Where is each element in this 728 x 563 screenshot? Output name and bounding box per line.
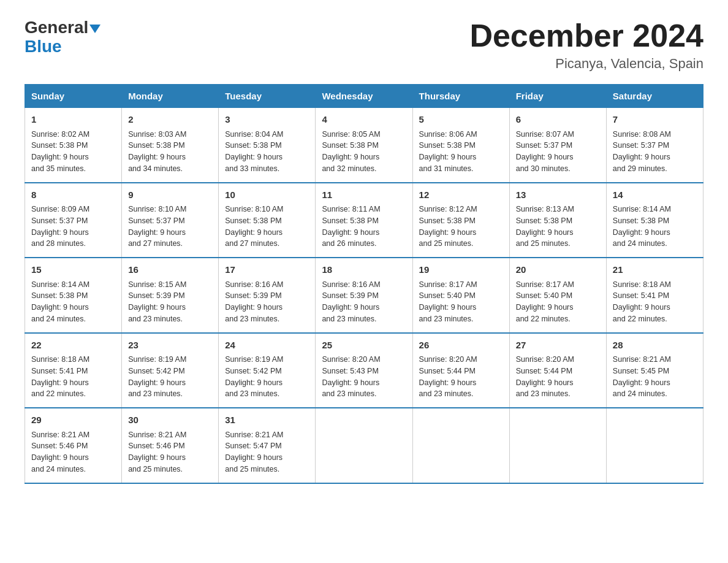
day-info: Sunrise: 8:20 AMSunset: 5:44 PMDaylight:…: [419, 354, 503, 400]
calendar-day-cell: 19Sunrise: 8:17 AMSunset: 5:40 PMDayligh…: [412, 258, 509, 333]
day-info: Sunrise: 8:16 AMSunset: 5:39 PMDaylight:…: [322, 279, 406, 325]
col-header-tuesday: Tuesday: [219, 85, 316, 108]
calendar-day-cell: 17Sunrise: 8:16 AMSunset: 5:39 PMDayligh…: [219, 258, 316, 333]
day-number: 23: [128, 339, 212, 353]
day-info: Sunrise: 8:17 AMSunset: 5:40 PMDaylight:…: [516, 279, 600, 325]
calendar-day-cell: 1Sunrise: 8:02 AMSunset: 5:38 PMDaylight…: [25, 108, 122, 183]
day-info: Sunrise: 8:21 AMSunset: 5:46 PMDaylight:…: [128, 429, 212, 475]
calendar-empty-cell: [509, 408, 606, 483]
day-number: 6: [516, 113, 600, 127]
day-number: 21: [613, 263, 697, 277]
calendar-day-cell: 4Sunrise: 8:05 AMSunset: 5:38 PMDaylight…: [316, 108, 412, 183]
day-info: Sunrise: 8:12 AMSunset: 5:38 PMDaylight:…: [419, 204, 503, 250]
calendar-day-cell: 24Sunrise: 8:19 AMSunset: 5:42 PMDayligh…: [219, 333, 316, 408]
day-number: 9: [128, 188, 212, 202]
calendar-day-cell: 20Sunrise: 8:17 AMSunset: 5:40 PMDayligh…: [509, 258, 606, 333]
day-number: 26: [419, 339, 503, 353]
day-number: 1: [31, 113, 115, 127]
location: Picanya, Valencia, Spain: [469, 56, 703, 72]
calendar-day-cell: 21Sunrise: 8:18 AMSunset: 5:41 PMDayligh…: [606, 258, 703, 333]
calendar-day-cell: 18Sunrise: 8:16 AMSunset: 5:39 PMDayligh…: [316, 258, 412, 333]
calendar-day-cell: 16Sunrise: 8:15 AMSunset: 5:39 PMDayligh…: [122, 258, 219, 333]
col-header-saturday: Saturday: [606, 85, 703, 108]
day-number: 20: [516, 263, 600, 277]
col-header-monday: Monday: [122, 85, 219, 108]
day-info: Sunrise: 8:20 AMSunset: 5:43 PMDaylight:…: [322, 354, 406, 400]
logo: GeneralBlue: [25, 18, 100, 56]
day-number: 28: [613, 339, 697, 353]
day-number: 17: [225, 263, 309, 277]
day-number: 4: [322, 113, 406, 127]
logo-triangle-icon: [89, 25, 100, 33]
calendar-day-cell: 26Sunrise: 8:20 AMSunset: 5:44 PMDayligh…: [412, 333, 509, 408]
day-number: 19: [419, 263, 503, 277]
day-info: Sunrise: 8:15 AMSunset: 5:39 PMDaylight:…: [128, 279, 212, 325]
day-info: Sunrise: 8:05 AMSunset: 5:38 PMDaylight:…: [322, 129, 406, 175]
day-number: 8: [31, 188, 115, 202]
day-number: 10: [225, 188, 309, 202]
day-number: 22: [31, 339, 115, 353]
day-info: Sunrise: 8:09 AMSunset: 5:37 PMDaylight:…: [31, 204, 115, 250]
calendar-day-cell: 5Sunrise: 8:06 AMSunset: 5:38 PMDaylight…: [412, 108, 509, 183]
calendar-day-cell: 27Sunrise: 8:20 AMSunset: 5:44 PMDayligh…: [509, 333, 606, 408]
day-number: 24: [225, 339, 309, 353]
calendar-day-cell: 3Sunrise: 8:04 AMSunset: 5:38 PMDaylight…: [219, 108, 316, 183]
calendar-week-row: 29Sunrise: 8:21 AMSunset: 5:46 PMDayligh…: [25, 408, 703, 483]
day-info: Sunrise: 8:14 AMSunset: 5:38 PMDaylight:…: [613, 204, 697, 250]
calendar-day-cell: 15Sunrise: 8:14 AMSunset: 5:38 PMDayligh…: [25, 258, 122, 333]
logo-text: GeneralBlue: [25, 18, 100, 56]
day-number: 27: [516, 339, 600, 353]
day-info: Sunrise: 8:16 AMSunset: 5:39 PMDaylight:…: [225, 279, 309, 325]
calendar-empty-cell: [316, 408, 412, 483]
day-info: Sunrise: 8:13 AMSunset: 5:38 PMDaylight:…: [516, 204, 600, 250]
day-info: Sunrise: 8:04 AMSunset: 5:38 PMDaylight:…: [225, 129, 309, 175]
calendar-day-cell: 28Sunrise: 8:21 AMSunset: 5:45 PMDayligh…: [606, 333, 703, 408]
day-number: 2: [128, 113, 212, 127]
calendar-day-cell: 6Sunrise: 8:07 AMSunset: 5:37 PMDaylight…: [509, 108, 606, 183]
day-info: Sunrise: 8:10 AMSunset: 5:38 PMDaylight:…: [225, 204, 309, 250]
day-info: Sunrise: 8:11 AMSunset: 5:38 PMDaylight:…: [322, 204, 406, 250]
calendar-week-row: 15Sunrise: 8:14 AMSunset: 5:38 PMDayligh…: [25, 258, 703, 333]
calendar-table: SundayMondayTuesdayWednesdayThursdayFrid…: [25, 84, 703, 484]
calendar-day-cell: 30Sunrise: 8:21 AMSunset: 5:46 PMDayligh…: [122, 408, 219, 483]
col-header-sunday: Sunday: [25, 85, 122, 108]
day-info: Sunrise: 8:21 AMSunset: 5:45 PMDaylight:…: [613, 354, 697, 400]
day-number: 11: [322, 188, 406, 202]
day-number: 18: [322, 263, 406, 277]
calendar-week-row: 1Sunrise: 8:02 AMSunset: 5:38 PMDaylight…: [25, 108, 703, 183]
col-header-friday: Friday: [509, 85, 606, 108]
day-info: Sunrise: 8:02 AMSunset: 5:38 PMDaylight:…: [31, 129, 115, 175]
calendar-day-cell: 25Sunrise: 8:20 AMSunset: 5:43 PMDayligh…: [316, 333, 412, 408]
calendar-day-cell: 11Sunrise: 8:11 AMSunset: 5:38 PMDayligh…: [316, 183, 412, 258]
day-number: 25: [322, 339, 406, 353]
day-number: 16: [128, 263, 212, 277]
day-number: 30: [128, 413, 212, 427]
calendar-day-cell: 7Sunrise: 8:08 AMSunset: 5:37 PMDaylight…: [606, 108, 703, 183]
day-info: Sunrise: 8:06 AMSunset: 5:38 PMDaylight:…: [419, 129, 503, 175]
day-number: 13: [516, 188, 600, 202]
day-number: 14: [613, 188, 697, 202]
title-block: December 2024 Picanya, Valencia, Spain: [469, 18, 703, 72]
day-info: Sunrise: 8:20 AMSunset: 5:44 PMDaylight:…: [516, 354, 600, 400]
day-number: 15: [31, 263, 115, 277]
day-number: 31: [225, 413, 309, 427]
day-info: Sunrise: 8:10 AMSunset: 5:37 PMDaylight:…: [128, 204, 212, 250]
calendar-week-row: 22Sunrise: 8:18 AMSunset: 5:41 PMDayligh…: [25, 333, 703, 408]
day-number: 3: [225, 113, 309, 127]
day-info: Sunrise: 8:03 AMSunset: 5:38 PMDaylight:…: [128, 129, 212, 175]
calendar-header-row: SundayMondayTuesdayWednesdayThursdayFrid…: [25, 85, 703, 108]
day-info: Sunrise: 8:18 AMSunset: 5:41 PMDaylight:…: [31, 354, 115, 400]
calendar-day-cell: 31Sunrise: 8:21 AMSunset: 5:47 PMDayligh…: [219, 408, 316, 483]
day-info: Sunrise: 8:07 AMSunset: 5:37 PMDaylight:…: [516, 129, 600, 175]
day-number: 12: [419, 188, 503, 202]
page-header: GeneralBlue December 2024 Picanya, Valen…: [25, 18, 703, 72]
calendar-day-cell: 9Sunrise: 8:10 AMSunset: 5:37 PMDaylight…: [122, 183, 219, 258]
month-title: December 2024: [469, 18, 703, 53]
calendar-day-cell: 10Sunrise: 8:10 AMSunset: 5:38 PMDayligh…: [219, 183, 316, 258]
calendar-day-cell: 14Sunrise: 8:14 AMSunset: 5:38 PMDayligh…: [606, 183, 703, 258]
col-header-thursday: Thursday: [412, 85, 509, 108]
day-info: Sunrise: 8:14 AMSunset: 5:38 PMDaylight:…: [31, 279, 115, 325]
day-info: Sunrise: 8:19 AMSunset: 5:42 PMDaylight:…: [225, 354, 309, 400]
day-number: 29: [31, 413, 115, 427]
day-number: 5: [419, 113, 503, 127]
